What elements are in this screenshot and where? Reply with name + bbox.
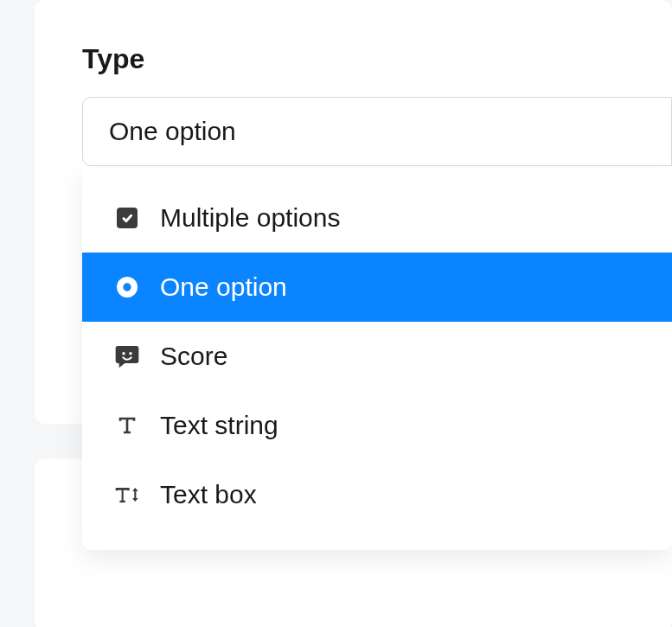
checkbox-icon — [112, 202, 143, 234]
option-label: Text box — [160, 480, 257, 509]
svg-point-4 — [129, 352, 131, 355]
smiley-chat-icon — [112, 341, 143, 372]
option-label: Text string — [160, 411, 278, 440]
option-score[interactable]: Score — [82, 322, 672, 391]
option-one-option[interactable]: One option — [82, 253, 672, 322]
field-type-container: Type One option Multiple options One opt… — [82, 43, 672, 550]
svg-point-3 — [122, 352, 125, 355]
radio-icon — [112, 272, 143, 303]
option-text-box[interactable]: Text box — [82, 460, 672, 529]
text-resize-icon — [112, 479, 143, 510]
option-label: One option — [160, 272, 287, 302]
svg-rect-0 — [117, 208, 138, 228]
option-text-string[interactable]: Text string — [82, 391, 672, 460]
option-label: Multiple options — [160, 203, 340, 233]
type-select-value: One option — [109, 117, 236, 145]
text-icon — [112, 410, 143, 441]
type-select[interactable]: One option — [82, 97, 672, 166]
field-label: Type — [82, 43, 672, 75]
option-label: Score — [160, 342, 227, 371]
svg-point-2 — [123, 283, 131, 291]
type-dropdown: Multiple options One option Score — [82, 168, 672, 550]
option-multiple-options[interactable]: Multiple options — [82, 183, 672, 253]
